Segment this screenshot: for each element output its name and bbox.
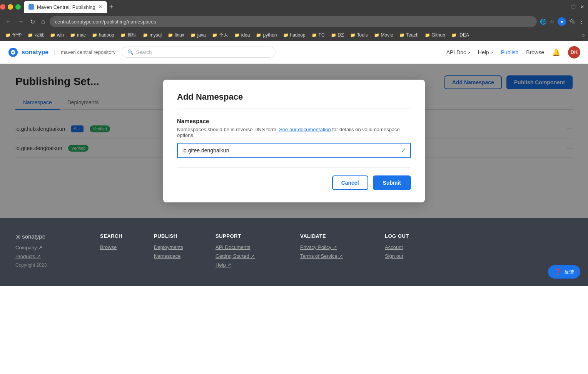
forward-btn[interactable]: → <box>16 17 25 26</box>
footer-col-support: SUPPORT API Documents Getting Started ↗ … <box>215 233 292 271</box>
footer-logo-text: ◎ sonatype <box>15 233 45 240</box>
bookmark-mysql[interactable]: 📁mysql <box>140 32 164 38</box>
page-body: Publishing Set... Add Namespace Publish … <box>0 64 588 218</box>
address-icons: 🌐 ☆ ● 🔌 ⋮ <box>540 17 584 26</box>
win-maximize[interactable]: ❐ <box>571 4 576 10</box>
bookmark-hadoop2[interactable]: 📁hadoop <box>281 32 308 38</box>
new-tab-btn[interactable]: + <box>109 3 114 11</box>
namespace-input-wrapper: ✓ <box>177 143 411 158</box>
tab-favicon <box>28 4 34 10</box>
field-hint-link[interactable]: See our documentation <box>279 127 331 132</box>
footer-terms-service-link[interactable]: Terms of Service ↗ <box>300 253 377 259</box>
tab-bar: Maven Central: Publishing ✕ + — ❐ ✕ <box>0 0 588 14</box>
bookmark-linux[interactable]: 📁linux <box>165 32 187 38</box>
home-btn[interactable]: ⌂ <box>40 17 47 26</box>
user-avatar[interactable]: DK <box>568 46 580 58</box>
footer-grid: ◎ sonatype Company ↗ Products ↗ Copyrigh… <box>15 233 573 271</box>
minimize-window-btn[interactable] <box>8 4 13 10</box>
sonatype-logo-icon <box>8 47 18 58</box>
bookmark-idea[interactable]: 📁idea <box>232 32 252 38</box>
bookmark-dz[interactable]: 📁DZ <box>329 32 346 38</box>
footer-col-search: SEARCH Browse <box>100 233 146 271</box>
feedback-icon: ❓ <box>554 268 562 275</box>
footer-namespace-link[interactable]: Namespace <box>154 253 208 259</box>
footer-account-link[interactable]: Account <box>385 244 443 250</box>
close-window-btn[interactable] <box>0 4 5 10</box>
footer-help-link[interactable]: Help ↗ <box>215 262 292 268</box>
window-controls <box>0 4 21 10</box>
bookmark-sort[interactable]: 📁整理 <box>118 31 139 39</box>
footer-logo: ◎ sonatype <box>15 233 92 240</box>
svg-point-2 <box>12 52 14 53</box>
search-placeholder: Search <box>136 49 152 55</box>
footer-col-logout: LOG OUT Account Sign out <box>385 233 443 271</box>
nav-publish[interactable]: Publish <box>501 49 518 55</box>
site-logo: sonatype | maven central repository <box>8 47 115 58</box>
bookmark-movie[interactable]: 📁Movie <box>372 32 396 38</box>
modal-actions: Cancel Submit <box>177 175 411 190</box>
bookmark-tools[interactable]: 📁Tools <box>348 32 370 38</box>
win-close[interactable]: ✕ <box>580 4 584 10</box>
bookmark-mac[interactable]: 📁mac <box>68 32 88 38</box>
bookmark-github[interactable]: 📁Github <box>423 32 448 38</box>
nav-divider: | <box>54 49 55 55</box>
modal-dialog: Add Namespace Namespace Namespaces shoul… <box>163 80 425 202</box>
modal-submit-btn[interactable]: Submit <box>373 175 411 190</box>
translate-icon[interactable]: 🌐 <box>540 18 546 25</box>
maximize-window-btn[interactable] <box>15 4 21 10</box>
nav-help[interactable]: Help <box>478 49 493 55</box>
extension-icon[interactable]: 🔌 <box>569 18 576 25</box>
bookmark-python[interactable]: 📁python <box>254 32 279 38</box>
footer-col-validate: VALIDATE Privacy Policy ↗ Terms of Servi… <box>300 233 377 271</box>
nav-api-doc[interactable]: API Doc <box>446 49 470 55</box>
footer-getting-started-link[interactable]: Getting Started ↗ <box>215 253 292 259</box>
footer-privacy-policy-link[interactable]: Privacy Policy ↗ <box>300 244 377 250</box>
repo-text: maven central repository <box>61 49 115 55</box>
modal-field-hint: Namespaces should be in reverse-DNS form… <box>177 127 411 138</box>
bookmark-huahua[interactable]: 📁华华 <box>3 31 24 39</box>
page-wrapper: sonatype | maven central repository 🔍 Se… <box>0 41 588 286</box>
footer-products-link[interactable]: Products ↗ <box>15 254 92 259</box>
url-bar[interactable]: central.sonatype.com/publishing/namespac… <box>50 16 537 27</box>
bookmark-idea2[interactable]: 📁IDEA <box>449 32 471 38</box>
modal-cancel-btn[interactable]: Cancel <box>332 175 368 190</box>
tab-close-btn[interactable]: ✕ <box>99 5 102 9</box>
bookmark-java[interactable]: 📁java <box>188 32 208 38</box>
bookmark-collect[interactable]: 📁收藏 <box>25 31 46 39</box>
profile-icon[interactable]: ● <box>558 17 566 26</box>
nav-browse[interactable]: Browse <box>526 49 544 55</box>
bookmark-teach[interactable]: 📁Teach <box>397 32 421 38</box>
footer-publish-title: PUBLISH <box>154 233 208 239</box>
refresh-btn[interactable]: ↻ <box>28 17 37 26</box>
bookmark-tc[interactable]: 📁TC <box>309 32 327 38</box>
search-icon: 🔍 <box>127 49 134 55</box>
feedback-bubble[interactable]: ❓ 反馈 <box>548 265 580 279</box>
active-tab[interactable]: Maven Central: Publishing ✕ <box>24 1 107 13</box>
footer-deployments-link[interactable]: Deployments <box>154 244 208 250</box>
search-bar[interactable]: 🔍 Search <box>122 47 276 58</box>
browser-chrome: Maven Central: Publishing ✕ + — ❐ ✕ ← → … <box>0 0 588 41</box>
namespace-input[interactable] <box>177 143 411 158</box>
bookmarks-more[interactable]: » <box>581 32 585 38</box>
menu-icon[interactable]: ⋮ <box>579 18 584 25</box>
bookmark-hadoop1[interactable]: 📁hadoop <box>90 32 117 38</box>
bookmarks-bar: 📁华华 📁收藏 📁win 📁mac 📁hadoop 📁整理 📁mysql 📁li… <box>0 29 588 41</box>
footer-browse-link[interactable]: Browse <box>100 244 146 250</box>
modal-divider <box>177 167 411 168</box>
bookmark-icon[interactable]: ☆ <box>550 18 555 25</box>
modal-overlay[interactable]: Add Namespace Namespace Namespaces shoul… <box>0 64 588 218</box>
footer-logout-title: LOG OUT <box>385 233 443 239</box>
footer-sign-out-link[interactable]: Sign out <box>385 253 443 259</box>
footer-api-documents-link[interactable]: API Documents <box>215 244 292 250</box>
footer-company-link[interactable]: Company ↗ <box>15 245 92 250</box>
tab-title: Maven Central: Publishing <box>37 4 95 10</box>
bookmark-win[interactable]: 📁win <box>48 32 66 38</box>
bookmark-personal[interactable]: 📁个人 <box>210 31 231 39</box>
nav-links: API Doc Help Publish Browse 🔔 DK <box>446 46 580 58</box>
win-minimize[interactable]: — <box>562 4 567 10</box>
footer-validate-title: VALIDATE <box>300 233 377 239</box>
footer-col-publish: PUBLISH Deployments Namespace <box>154 233 208 271</box>
back-btn[interactable]: ← <box>4 17 13 26</box>
notification-bell[interactable]: 🔔 <box>552 48 560 57</box>
modal-title: Add Namespace <box>177 92 411 109</box>
